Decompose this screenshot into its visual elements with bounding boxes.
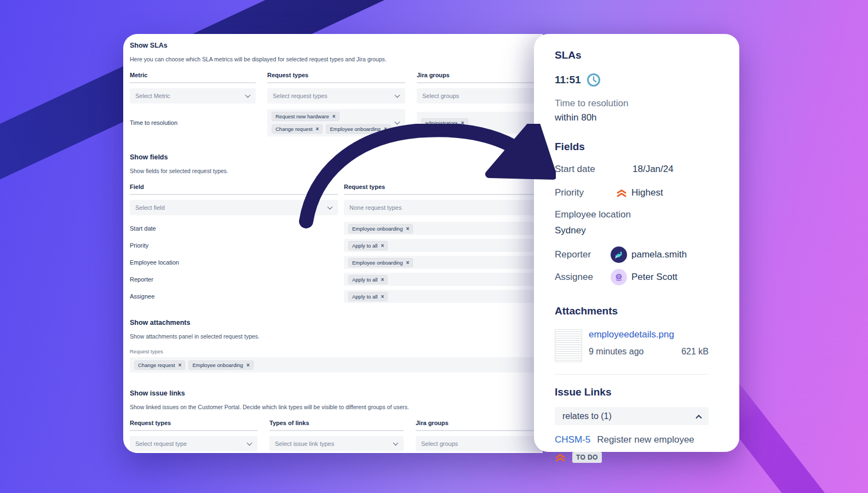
field-row-label: Reporter: [130, 276, 338, 283]
remove-tag-icon[interactable]: ×: [316, 126, 319, 132]
tag-request-new-hardware[interactable]: Request new hardware×: [272, 112, 340, 121]
field-employee-location: Employee location Sydney: [555, 209, 709, 236]
field-row-label: Employee location: [130, 259, 338, 266]
issue-summary: Register new employee: [597, 434, 694, 445]
tag-employee-onboarding[interactable]: Employee onboarding×: [188, 360, 253, 370]
chevron-down-icon: [393, 440, 399, 446]
remove-tag-icon[interactable]: ×: [246, 362, 250, 368]
remove-tag-icon[interactable]: ×: [461, 120, 464, 126]
remove-tag-icon[interactable]: ×: [384, 126, 387, 132]
remove-tag-icon[interactable]: ×: [381, 294, 384, 300]
tag-change-request[interactable]: Change request×: [134, 360, 185, 370]
chevron-down-icon: [327, 204, 333, 210]
column-header-metric: Metric: [130, 72, 256, 83]
field-row-label: Priority: [130, 242, 338, 249]
attachment-thumbnail[interactable]: [555, 329, 582, 362]
clock-icon: [587, 73, 601, 87]
field-request-types-select[interactable]: None request types: [344, 200, 543, 215]
linked-issue-row: CHSM-5 Register new employee: [555, 434, 709, 445]
field-reporter: Reporter pamela.smith: [555, 246, 709, 263]
column-header-field: Field: [130, 184, 338, 195]
issue-key-link[interactable]: CHSM-5: [555, 434, 590, 445]
section-title: Show fields: [130, 153, 543, 161]
status-badge: TO DO: [572, 452, 602, 463]
link-groups-select[interactable]: Select groups: [416, 436, 543, 451]
section-description: Show fields for selected request types.: [130, 168, 543, 174]
show-attachments-section: Show attachments Show attachments panel …: [130, 319, 543, 372]
tag-administrators[interactable]: administrators×: [421, 118, 468, 128]
jira-groups-select[interactable]: Select groups: [417, 88, 543, 104]
sla-request-types-field[interactable]: Request new hardware× Change request× Em…: [267, 109, 405, 136]
sla-time: 11:51: [555, 73, 709, 87]
chevron-down-icon: [247, 440, 252, 446]
remove-tag-icon[interactable]: ×: [406, 260, 409, 266]
priority-highest-icon: [555, 452, 566, 462]
chevron-down-icon: [395, 93, 400, 98]
section-divider: [555, 374, 709, 375]
remove-tag-icon[interactable]: ×: [332, 113, 336, 119]
field-row-label: Start date: [130, 225, 338, 232]
assignee-avatar: [611, 269, 627, 285]
tag-apply-to-all[interactable]: Apply to all×: [348, 241, 388, 250]
attachments-request-types-field[interactable]: Change request× Employee onboarding×: [130, 357, 535, 372]
column-header-jira-groups: Jira groups: [417, 72, 543, 83]
show-slas-section: Show SLAs Here you can choose which SLA …: [130, 42, 543, 136]
portal-preview-panel: SLAs 11:51 Time to resolution within 80h…: [534, 34, 739, 452]
field-row-tags[interactable]: Apply to all×: [344, 239, 543, 252]
sla-metric-name: Time to resolution: [555, 98, 709, 109]
field-assignee: Assignee Peter Scott: [555, 269, 709, 285]
section-description: Here you can choose which SLA metrics wi…: [130, 56, 543, 62]
section-title: Show attachments: [130, 319, 543, 326]
section-title: Show SLAs: [130, 42, 543, 49]
column-header-types-of-links: Types of links: [269, 420, 404, 431]
metric-select[interactable]: Select Metric: [130, 88, 256, 104]
chevron-down-icon: [395, 119, 400, 125]
field-row-tags[interactable]: Employee onboarding×: [344, 222, 543, 235]
field-row-tags[interactable]: Employee onboarding×: [344, 256, 543, 269]
remove-tag-icon[interactable]: ×: [381, 243, 384, 249]
tag-employee-onboarding[interactable]: Employee onboarding×: [348, 258, 413, 267]
sla-groups-field[interactable]: administrators×: [417, 112, 543, 134]
attachments-heading: Attachments: [555, 305, 709, 317]
attachment-filename[interactable]: employeedetails.png: [589, 329, 709, 340]
tag-apply-to-all[interactable]: Apply to all×: [348, 275, 388, 284]
sla-metric-name: Time to resolution: [130, 119, 256, 126]
remove-tag-icon[interactable]: ×: [406, 226, 409, 232]
section-description: Show linked issues on the Customer Porta…: [130, 404, 543, 410]
field-row-tags[interactable]: Apply to all×: [344, 290, 543, 303]
remove-tag-icon[interactable]: ×: [381, 277, 384, 283]
portal-settings-card: Show SLAs Here you can choose which SLA …: [123, 34, 543, 453]
tag-apply-to-all[interactable]: Apply to all×: [348, 292, 388, 301]
show-fields-section: Show fields Show fields for selected req…: [130, 153, 543, 303]
section-title: Show issue links: [130, 389, 543, 397]
remove-tag-icon[interactable]: ×: [179, 362, 182, 368]
tag-employee-onboarding[interactable]: Employee onboarding×: [348, 224, 413, 233]
fields-heading: Fields: [555, 141, 709, 153]
column-header-request-types: Request types: [267, 72, 405, 83]
relates-to-group-header[interactable]: relates to (1): [555, 407, 709, 425]
issue-status-row: TO DO: [555, 452, 709, 463]
chevron-down-icon: [245, 93, 251, 98]
field-start-date: Start date 18/Jan/24: [555, 162, 709, 176]
attachment-item[interactable]: employeedetails.png 9 minutes ago 621 kB: [555, 329, 709, 362]
request-types-select[interactable]: Select request types: [267, 88, 405, 104]
issue-links-heading: Issue Links: [555, 386, 709, 398]
tag-change-request[interactable]: Change request×: [272, 124, 323, 134]
tag-employee-onboarding[interactable]: Employee onboarding×: [326, 124, 390, 134]
field-row-tags[interactable]: Apply to all×: [344, 273, 543, 286]
slas-heading: SLAs: [555, 49, 709, 61]
attachment-time: 9 minutes ago: [589, 347, 644, 357]
alien-icon: [614, 272, 624, 282]
field-select[interactable]: Select field: [130, 200, 338, 215]
show-issue-links-section: Show issue links Show linked issues on t…: [130, 389, 543, 453]
link-types-select[interactable]: Select issue link types: [269, 436, 404, 451]
section-description: Show attachments panel in selected reque…: [130, 333, 543, 340]
column-header-request-types: Request types: [130, 420, 257, 431]
column-header-request-types: Request types: [344, 184, 543, 195]
field-row-label: Assignee: [130, 293, 338, 300]
column-header-jira-groups: Jira groups: [416, 420, 543, 431]
priority-highest-icon: [616, 188, 627, 198]
rocket-icon: [614, 250, 624, 260]
link-request-type-select[interactable]: Select request type: [130, 436, 257, 451]
sla-goal: within 80h: [555, 112, 709, 123]
